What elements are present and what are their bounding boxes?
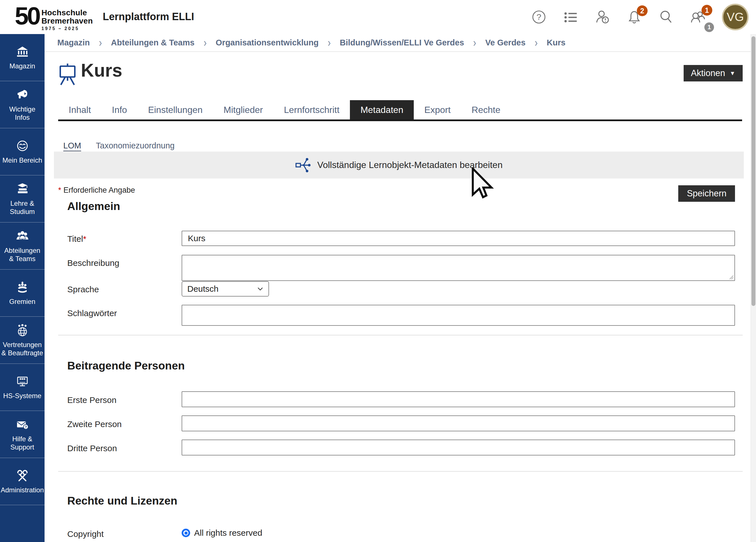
sidebar-item-administration[interactable]: Administration <box>0 458 45 505</box>
tab-inhalt[interactable]: Inhalt <box>58 100 101 119</box>
contacts-badge-top: 1 <box>702 5 712 16</box>
logo-years: 1975 – 2025 <box>41 26 93 31</box>
tab-export[interactable]: Export <box>414 100 461 119</box>
tab-metadaten[interactable]: Metadaten <box>350 100 414 119</box>
globe-people-icon <box>16 323 29 337</box>
sprache-select[interactable]: Deutsch <box>182 281 269 297</box>
smiley-icon <box>16 139 29 153</box>
beschreibung-label: Beschreibung <box>67 258 119 268</box>
sidebar-item-abteilungen-teams[interactable]: Abteilungen & Teams <box>0 222 45 270</box>
sidebar-item-hilfe-support[interactable]: ? Hilfe & Support <box>0 411 45 458</box>
required-asterisk: * <box>58 186 61 194</box>
scrollbar-thumb[interactable] <box>751 36 755 306</box>
required-note: *Erforderliche Angabe <box>58 186 135 195</box>
user-alert-icon[interactable] <box>595 9 610 25</box>
breadcrumb-separator: › <box>473 36 476 49</box>
breadcrumb-item[interactable]: Kurs <box>547 38 566 47</box>
megaphone-icon <box>16 88 29 102</box>
search-icon[interactable] <box>658 9 674 25</box>
tab-lernfortschritt[interactable]: Lernfortschritt <box>274 100 350 119</box>
sidebar-item-gremien[interactable]: Gremien <box>0 270 45 317</box>
todo-list-icon[interactable] <box>563 9 578 25</box>
logo-50-badge: 50 <box>15 2 39 30</box>
breadcrumb-separator: › <box>99 36 102 49</box>
save-button[interactable]: Speichern <box>678 185 735 202</box>
actions-button[interactable]: Aktionen ▼ <box>684 65 743 81</box>
tab-bar: Inhalt Info Einstellungen Mitglieder Ler… <box>58 100 742 119</box>
tab-rechte[interactable]: Rechte <box>461 100 511 119</box>
resize-grip-icon[interactable] <box>728 274 734 280</box>
topbar-icon-row: ? <box>531 3 749 31</box>
breadcrumb-item[interactable]: Organisationsentwicklung <box>216 38 319 47</box>
copyright-radio-row: All rights reserved <box>182 528 262 538</box>
tab-mitglieder[interactable]: Mitglieder <box>213 100 274 119</box>
logo-line2: Bremerhaven <box>41 17 93 25</box>
committee-icon <box>16 280 29 294</box>
breadcrumb-item[interactable]: Magazin <box>57 38 90 47</box>
team-icon <box>16 229 29 243</box>
schlagwoerter-input[interactable] <box>182 305 735 326</box>
edit-full-metadata-banner[interactable]: Vollständige Lernobjekt-Metadaten bearbe… <box>54 152 744 178</box>
section-divider <box>58 335 743 335</box>
dritte-person-input[interactable] <box>182 440 735 455</box>
titel-label: Titel* <box>67 234 86 244</box>
sprache-label: Sprache <box>67 285 99 294</box>
copyright-option-label: All rights reserved <box>194 528 262 538</box>
svg-text:?: ? <box>537 12 541 22</box>
subtab-taxonomiezuordnung[interactable]: Taxonomiezuordnung <box>96 141 175 150</box>
zweite-person-label: Zweite Person <box>67 419 122 429</box>
titel-input[interactable] <box>182 231 735 246</box>
breadcrumb-separator: › <box>328 36 331 49</box>
breadcrumb-item[interactable]: Bildung/Wissen/ELLI Ve Gerdes <box>340 38 464 47</box>
beschreibung-textarea[interactable] <box>182 255 735 281</box>
subtab-lom[interactable]: LOM <box>63 141 81 150</box>
tools-icon <box>16 469 29 482</box>
subtab-bar: LOM Taxonomiezuordnung <box>63 141 175 150</box>
books-icon <box>16 182 29 196</box>
breadcrumb-item[interactable]: Ve Gerdes <box>485 38 526 47</box>
breadcrumb-separator: › <box>203 36 207 49</box>
avatar[interactable]: VG <box>722 4 749 30</box>
main-sidebar: Magazin Wichtige Infos Mein Bereich <box>0 34 45 542</box>
svg-text:?: ? <box>25 425 27 429</box>
bell-badge: 2 <box>637 5 648 16</box>
copyright-radio[interactable] <box>182 529 190 537</box>
sidebar-item-magazin[interactable]: Magazin <box>0 34 45 81</box>
contacts-icon[interactable]: 1 1 <box>690 9 705 25</box>
bank-icon <box>16 45 29 58</box>
titel-required-asterisk: * <box>83 234 87 243</box>
bell-icon[interactable]: 2 <box>627 9 642 25</box>
section-heading-allgemein: Allgemein <box>67 200 120 213</box>
zweite-person-input[interactable] <box>182 415 735 431</box>
sidebar-item-vertretungen[interactable]: Vertretungen & Beauftragte <box>0 317 45 364</box>
tab-info[interactable]: Info <box>101 100 137 119</box>
sidebar-item-wichtige-infos[interactable]: Wichtige Infos <box>0 81 45 128</box>
svg-text:***: *** <box>19 377 25 383</box>
schlagwoerter-label: Schlagwörter <box>67 308 117 318</box>
erste-person-label: Erste Person <box>67 395 116 405</box>
breadcrumb-bar: Magazin › Abteilungen & Teams › Organisa… <box>45 34 756 52</box>
main-content: Kurs Aktionen ▼ Inhalt Info Einstellunge… <box>45 52 751 542</box>
top-bar: 50 Hochschule Bremerhaven 1975 – 2025 Le… <box>0 0 756 34</box>
section-heading-rechte: Rechte und Lizenzen <box>67 495 177 507</box>
help-icon[interactable]: ? <box>531 9 547 25</box>
course-easel-icon <box>58 63 77 85</box>
banner-label: Vollständige Lernobjekt-Metadaten bearbe… <box>317 160 503 170</box>
vertical-scrollbar[interactable] <box>751 34 756 542</box>
dritte-person-label: Dritte Person <box>67 444 117 453</box>
erste-person-input[interactable] <box>182 391 735 407</box>
hochschule-bremerhaven-logo[interactable]: 50 Hochschule Bremerhaven 1975 – 2025 <box>15 2 93 31</box>
tab-einstellungen[interactable]: Einstellungen <box>138 100 213 119</box>
sidebar-item-lehre-studium[interactable]: Lehre & Studium <box>0 175 45 222</box>
breadcrumb: Magazin › Abteilungen & Teams › Organisa… <box>57 37 566 48</box>
breadcrumb-item[interactable]: Abteilungen & Teams <box>111 38 194 47</box>
page-title: Kurs <box>81 60 122 81</box>
mail-help-icon: ? <box>16 418 29 431</box>
contacts-badge-bottom: 1 <box>704 22 714 32</box>
breadcrumb-separator: › <box>535 36 538 49</box>
sidebar-item-mein-bereich[interactable]: Mein Bereich <box>0 128 45 175</box>
sidebar-item-hs-systeme[interactable]: *** HS-Systeme <box>0 364 45 411</box>
monitor-icon: *** <box>16 375 29 388</box>
section-heading-beitragende: Beitragende Personen <box>67 360 185 372</box>
elli-platform-window: 50 Hochschule Bremerhaven 1975 – 2025 Le… <box>0 0 756 542</box>
